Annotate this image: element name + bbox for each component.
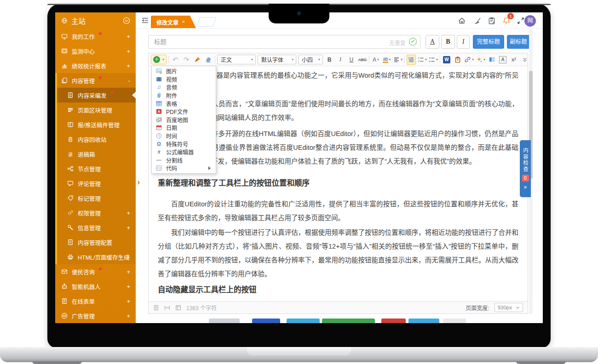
menu-item-baidu-map[interactable]: 百度地图 [152,116,216,124]
plus-icon: + [153,56,160,63]
toolbar-right-group [520,55,528,65]
title-bold-button[interactable]: B [441,35,455,49]
sidebar-item-my-work[interactable]: 我的工作 + [55,29,136,44]
sidebar-item-push-manuscript[interactable]: 报/推送稿件管理 [55,117,136,132]
menu-item-attachment[interactable]: 附件 [152,91,216,100]
first-line-indent-button[interactable] [407,55,416,65]
word-import-button[interactable]: W [442,55,451,65]
menu-item-image[interactable]: 图片 [152,67,216,75]
page-width-select[interactable]: 930px [494,303,523,312]
action-button-partial[interactable] [408,318,439,323]
action-button-partial[interactable] [443,318,466,323]
title-italic-button[interactable]: I [457,35,470,49]
format-magic-button[interactable]: ▾ [476,55,485,65]
menu-item-date[interactable]: 日期 [152,124,216,132]
sidebar-item-online-forms[interactable]: 在线表单 + [55,294,136,308]
highlight-color-button[interactable]: ab▾ [382,55,391,65]
menu-item-formula[interactable]: π 公式编辑器 [152,148,216,156]
paragraph-format-select[interactable]: 正文 ▾ [217,55,256,64]
insert-menu-button[interactable]: + ▾ [151,55,167,64]
sidebar-item-content-config[interactable]: 内容管理配置 [55,235,136,250]
title-input[interactable] [148,35,420,49]
sidebar-item-permission-management[interactable]: 权限管理 + [55,205,136,220]
clean-broom-icon[interactable] [473,17,482,25]
tag-icon [67,195,74,201]
strikethrough-button[interactable]: ABC [358,55,367,65]
paste-text-button[interactable]: T [453,55,462,65]
font-color-button[interactable]: A▾ [371,55,380,65]
sidebar-item-rejected-box[interactable]: 退 退稿箱 [55,147,136,161]
superscript-button[interactable]: x² [509,55,518,65]
toolbar-more-icon[interactable] [520,55,528,65]
sidebar-item-tag-management[interactable]: 标记管理 [55,191,136,205]
sidebar-item-info-management[interactable]: 信息管理 + [55,220,136,235]
new-tab-stub[interactable] [197,17,217,27]
layout-columns-button[interactable] [487,55,496,65]
action-button-partial[interactable] [252,318,280,323]
action-button-partial[interactable] [287,318,320,323]
sidebar-item-node-management[interactable]: 节点管理 [55,161,136,176]
action-button-partial[interactable] [381,318,406,323]
subtitle-button[interactable]: 副标题 [507,35,530,49]
menu-item-symbol[interactable]: Ω 特殊符号 [152,140,216,148]
sidebar-item-recycle-bin[interactable]: 内容回收站 [55,132,136,147]
font-family-select[interactable]: 默认字体 ▾ [258,55,296,64]
tab-edit-article[interactable]: 修改文章 × [151,16,196,28]
menu-item-video[interactable]: 视频 [152,75,216,84]
sidebar-header[interactable]: 主站 [55,12,136,29]
menu-item-time[interactable]: 时间 [152,132,216,140]
sidebar-item-smart-robot[interactable]: 智能机器人 + [55,279,136,294]
sidebar-collapse-arrow[interactable]: › [137,177,140,187]
menu-item-pdf[interactable]: A PDF文件 [152,108,216,116]
eraser-icon[interactable] [204,55,213,65]
laptop-screen: 主站 我的工作 + 监测中心 + [47,4,551,348]
sidebar-item-performance-report[interactable]: 绩效统计报表 + [55,58,136,73]
menu-item-divider[interactable]: 分割线 [152,156,216,165]
sidebar-item-content-management[interactable]: 内容管理 - [55,73,136,88]
sidebar-item-ad-management[interactable]: AD 广告管理 + [55,308,136,323]
home-icon[interactable] [458,17,466,25]
return-char-icon: 退 [67,151,74,158]
menu-item-code[interactable]: 代码 [152,164,216,172]
chevron-down-circle-icon[interactable] [123,17,130,26]
omega-icon: Ω [156,141,162,147]
sidebar-item-comment-management[interactable]: 评论管理 [55,176,136,191]
page-layout-icon[interactable] [175,305,181,311]
font-size-select[interactable]: 小四 ▾ [298,55,323,64]
format-brush-icon[interactable] [193,55,202,65]
bold-button[interactable]: B [325,55,334,65]
undo-icon[interactable]: ↶ [171,55,180,65]
link-button[interactable]: ▾ [464,55,474,65]
full-title-button[interactable]: 完整标题 [473,35,504,49]
page-width-icon[interactable] [164,305,170,311]
wrench-icon [67,224,74,231]
sidebar-item-public-consult[interactable]: 便民咨询 + [55,264,136,279]
italic-button[interactable]: I [336,55,345,65]
menu-item-table[interactable]: 表格 [152,99,216,108]
sidebar-item-monitor-center[interactable]: 监测中心 + [55,44,136,58]
menu-fold-icon[interactable] [141,17,150,25]
unordered-list-button[interactable]: ▾ [429,55,438,65]
doc-info-icon[interactable] [153,305,159,311]
tab-close-icon[interactable]: × [182,19,185,24]
fullscreen-icon[interactable] [517,17,525,25]
action-button-partial[interactable] [209,318,240,323]
font-box-button[interactable]: A [498,55,507,65]
redo-icon[interactable]: ↷ [182,55,191,65]
sidebar-item-content-editing[interactable]: 内容采编发 [55,88,136,102]
sidebar-item-html-cache[interactable]: HTML/页面缓存生成 + [55,250,136,264]
content-check-tab[interactable]: 内容检查 0 » [520,140,531,197]
action-button-partial[interactable] [322,318,375,323]
menu-item-audio[interactable]: ♫ 音频 [152,83,216,91]
avatar[interactable]: 网 [524,15,536,27]
ordered-list-button[interactable]: 12 ▾ [418,55,427,65]
site-title: 主站 [71,16,86,26]
draft-clipboard-icon[interactable] [488,17,496,25]
document-icon [67,239,74,245]
align-button[interactable]: ▾ [393,55,402,65]
svg-text:1: 1 [418,57,420,59]
underline-button[interactable]: U [347,55,356,65]
sidebar-item-page-blocks[interactable]: 页面区块管理 [55,102,136,117]
chevron-right-icon: » [524,184,527,190]
title-style-a-button[interactable]: A [426,35,439,49]
